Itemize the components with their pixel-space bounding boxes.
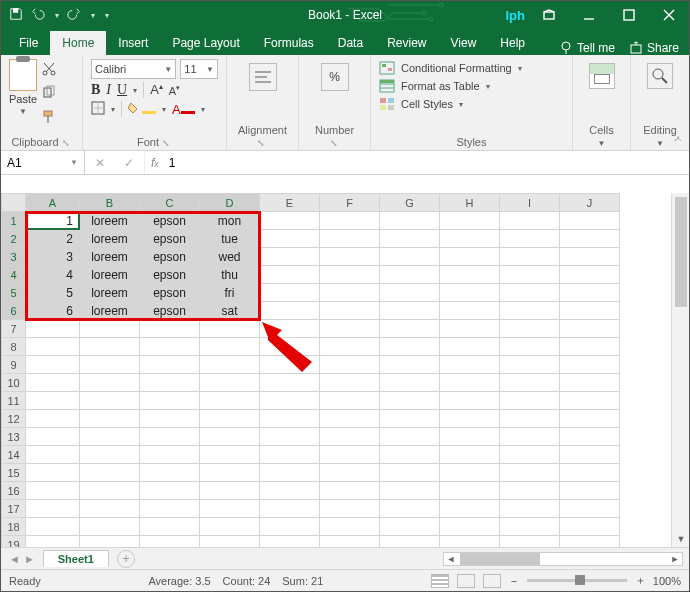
- cell-A13[interactable]: [26, 428, 80, 446]
- maximize-button[interactable]: [609, 1, 649, 29]
- cell-G8[interactable]: [380, 338, 440, 356]
- cell-H11[interactable]: [440, 392, 500, 410]
- paste-button[interactable]: Paste ▼: [9, 59, 37, 127]
- cell-I1[interactable]: [500, 212, 560, 230]
- decrease-font-icon[interactable]: A▾: [169, 84, 180, 97]
- row-header-14[interactable]: 14: [2, 446, 26, 464]
- vertical-scrollbar[interactable]: ▲ ▼: [671, 193, 689, 547]
- grid[interactable]: ABCDEFGHIJ11loreemepsonmon22loreemepsont…: [1, 193, 671, 547]
- cell-C1[interactable]: epson: [140, 212, 200, 230]
- copy-icon[interactable]: [41, 85, 57, 103]
- scroll-left-icon[interactable]: ◄: [444, 554, 458, 564]
- format-painter-icon[interactable]: [41, 109, 57, 127]
- cell-B16[interactable]: [80, 482, 140, 500]
- collapse-ribbon-icon[interactable]: ㅅ: [673, 132, 683, 146]
- tab-pagelayout[interactable]: Page Layout: [160, 31, 251, 55]
- cell-A15[interactable]: [26, 464, 80, 482]
- page-break-view-icon[interactable]: [483, 574, 501, 588]
- cell-J6[interactable]: [560, 302, 620, 320]
- zoom-out-button[interactable]: −: [509, 575, 519, 587]
- share-button[interactable]: Share: [629, 41, 679, 55]
- cell-F14[interactable]: [320, 446, 380, 464]
- cell-D5[interactable]: fri: [200, 284, 260, 302]
- tab-data[interactable]: Data: [326, 31, 375, 55]
- zoom-slider[interactable]: [527, 579, 627, 582]
- col-header-E[interactable]: E: [260, 194, 320, 212]
- normal-view-icon[interactable]: [431, 574, 449, 588]
- cell-F13[interactable]: [320, 428, 380, 446]
- cell-D8[interactable]: [200, 338, 260, 356]
- cell-C13[interactable]: [140, 428, 200, 446]
- cell-E10[interactable]: [260, 374, 320, 392]
- tab-view[interactable]: View: [439, 31, 489, 55]
- cell-E5[interactable]: [260, 284, 320, 302]
- enter-formula-icon[interactable]: ✓: [124, 156, 134, 170]
- row-header-4[interactable]: 4: [2, 266, 26, 284]
- cell-B15[interactable]: [80, 464, 140, 482]
- cell-G19[interactable]: [380, 536, 440, 548]
- cell-D7[interactable]: [200, 320, 260, 338]
- cell-G16[interactable]: [380, 482, 440, 500]
- cell-C7[interactable]: [140, 320, 200, 338]
- cell-J2[interactable]: [560, 230, 620, 248]
- cell-J8[interactable]: [560, 338, 620, 356]
- cell-J15[interactable]: [560, 464, 620, 482]
- italic-button[interactable]: I: [106, 82, 111, 98]
- cell-G14[interactable]: [380, 446, 440, 464]
- cell-J9[interactable]: [560, 356, 620, 374]
- cell-I7[interactable]: [500, 320, 560, 338]
- format-as-table-button[interactable]: Format as Table ▾: [379, 79, 564, 93]
- cell-I2[interactable]: [500, 230, 560, 248]
- tab-formulas[interactable]: Formulas: [252, 31, 326, 55]
- cell-H9[interactable]: [440, 356, 500, 374]
- cell-D19[interactable]: [200, 536, 260, 548]
- cell-A6[interactable]: 6: [26, 302, 80, 320]
- col-header-D[interactable]: D: [200, 194, 260, 212]
- cell-A9[interactable]: [26, 356, 80, 374]
- cell-C14[interactable]: [140, 446, 200, 464]
- cell-C5[interactable]: epson: [140, 284, 200, 302]
- bold-button[interactable]: B: [91, 82, 100, 98]
- scroll-right-icon[interactable]: ►: [668, 554, 682, 564]
- cell-B6[interactable]: loreem: [80, 302, 140, 320]
- cell-H7[interactable]: [440, 320, 500, 338]
- cell-E3[interactable]: [260, 248, 320, 266]
- cell-J12[interactable]: [560, 410, 620, 428]
- cell-F7[interactable]: [320, 320, 380, 338]
- cell-D10[interactable]: [200, 374, 260, 392]
- row-header-9[interactable]: 9: [2, 356, 26, 374]
- underline-button[interactable]: U: [117, 82, 127, 98]
- cell-F4[interactable]: [320, 266, 380, 284]
- cell-B7[interactable]: [80, 320, 140, 338]
- redo-icon[interactable]: [67, 7, 81, 24]
- cell-H6[interactable]: [440, 302, 500, 320]
- cell-H13[interactable]: [440, 428, 500, 446]
- cell-B3[interactable]: loreem: [80, 248, 140, 266]
- cell-F5[interactable]: [320, 284, 380, 302]
- cell-G2[interactable]: [380, 230, 440, 248]
- tab-review[interactable]: Review: [375, 31, 438, 55]
- cell-B17[interactable]: [80, 500, 140, 518]
- page-layout-view-icon[interactable]: [457, 574, 475, 588]
- cell-H10[interactable]: [440, 374, 500, 392]
- cell-D17[interactable]: [200, 500, 260, 518]
- cell-J14[interactable]: [560, 446, 620, 464]
- cell-F12[interactable]: [320, 410, 380, 428]
- cell-I6[interactable]: [500, 302, 560, 320]
- font-name-combo[interactable]: Calibri▼: [91, 59, 176, 79]
- cell-E7[interactable]: [260, 320, 320, 338]
- cell-J4[interactable]: [560, 266, 620, 284]
- cell-C12[interactable]: [140, 410, 200, 428]
- cell-C15[interactable]: [140, 464, 200, 482]
- cell-E14[interactable]: [260, 446, 320, 464]
- cell-F15[interactable]: [320, 464, 380, 482]
- row-header-2[interactable]: 2: [2, 230, 26, 248]
- cell-H17[interactable]: [440, 500, 500, 518]
- ribbon-display-options[interactable]: [529, 1, 569, 29]
- cell-G11[interactable]: [380, 392, 440, 410]
- cell-B1[interactable]: loreem: [80, 212, 140, 230]
- cell-C19[interactable]: [140, 536, 200, 548]
- fx-icon[interactable]: fx: [145, 156, 165, 170]
- cell-E16[interactable]: [260, 482, 320, 500]
- cell-C18[interactable]: [140, 518, 200, 536]
